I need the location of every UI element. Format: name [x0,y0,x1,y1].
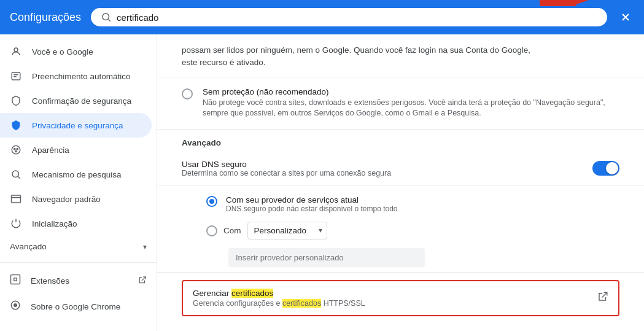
chevron-down-icon: ▾ [143,243,147,251]
dns-title: Usar DNS seguro [182,160,391,169]
sem-protecao-radio[interactable] [182,88,193,99]
dns-current-desc: DNS seguro pode não estar disponível o t… [226,204,398,213]
dns-info: Usar DNS seguro Determina como se conect… [182,160,391,177]
header-title: Configurações [10,11,81,24]
svg-point-21 [14,303,17,307]
svg-point-14 [12,171,19,177]
search-bar [91,8,607,26]
svg-point-11 [14,148,15,149]
sidebar-label-aparencia: Aparência [32,146,142,155]
svg-point-13 [15,150,17,152]
main-layout: Você e o Google Preenchimento automático… [0,34,644,331]
cert-desc-highlight: certificados [282,299,321,308]
sidebar-label-inicializacao: Inicialização [32,219,142,228]
custom-provider-input[interactable] [228,248,425,267]
dns-current-radio[interactable] [206,196,217,207]
cert-external-link-icon [597,291,608,305]
sidebar-avancado-label: Avançado [10,242,133,251]
sidebar-label-navegador: Navegador padrão [32,195,142,204]
custom-input-wrap [228,248,619,267]
external-link-icon [138,276,147,286]
avancado-section-label: Avançado [157,130,644,152]
cert-desc-suffix: HTTPS/SSL [321,299,365,308]
custom-dns-select-wrap[interactable]: Personalizado ▾ [247,222,327,239]
person-icon [10,45,22,58]
cert-box-content: Gerenciar certificados Gerencia configur… [193,289,365,308]
cert-desc: Gerencia configurações e certificados HT… [193,299,365,308]
svg-point-6 [14,48,18,52]
sidebar-label-confirmacao: Confirmação de segurança [32,96,142,106]
main-content: possam ser lidos por ninguém, nem o Goog… [157,34,644,331]
svg-line-15 [18,176,20,178]
autofill-icon [10,70,22,82]
dns-option-current[interactable]: Com seu provedor de serviços atual DNS s… [206,190,619,218]
sem-protecao-desc: Não protege você contra sites, downloads… [203,98,619,119]
sidebar-item-mecanismo[interactable]: Mecanismo de pesquisa [0,162,152,187]
cert-box[interactable]: Gerenciar certificados Gerencia configur… [182,280,619,316]
svg-rect-2 [540,0,576,6]
sidebar-label-preenchimento: Preenchimento automático [32,72,142,81]
custom-dns-select[interactable]: Personalizado [247,222,327,239]
cert-title-prefix: Gerenciar [193,289,231,298]
sidebar-item-preenchimento[interactable]: Preenchimento automático [0,64,152,88]
top-line2: este recurso é ativado. [182,58,266,67]
search-icon [101,12,112,23]
svg-point-10 [12,146,20,154]
dns-option-custom-row[interactable]: Com Personalizado ▾ [206,218,619,243]
dns-current-title: Com seu provedor de serviços atual [226,195,398,204]
power-icon [10,217,22,230]
sem-protecao-option[interactable]: Sem proteção (não recomendado) Não prote… [157,77,644,130]
sidebar-item-aparencia[interactable]: Aparência [0,138,152,162]
cert-title-highlight: certificados [231,289,273,298]
com-label: Com [223,226,241,235]
cert-desc-prefix: Gerencia configurações e [193,299,282,308]
dns-desc: Determina como se conectar a sites por u… [182,169,391,177]
sidebar-extensoes[interactable]: Extensões [0,268,157,294]
cert-title: Gerenciar certificados [193,289,365,298]
svg-point-12 [17,148,18,149]
sidebar-label-mecanismo: Mecanismo de pesquisa [32,170,142,179]
dns-toggle[interactable] [592,161,619,176]
svg-line-19 [142,276,145,280]
dns-current-text: Com seu provedor de serviços atual DNS s… [226,195,398,213]
search-sidebar-icon [10,168,22,181]
extensions-icon [10,274,21,287]
svg-rect-16 [12,195,21,203]
sidebar-item-inicializacao[interactable]: Inicialização [0,211,152,236]
sem-protecao-text: Sem proteção (não recomendado) Não prote… [203,87,619,119]
dns-custom-radio[interactable] [206,225,217,236]
svg-rect-18 [11,275,20,284]
svg-line-1 [109,19,111,21]
search-input[interactable] [117,12,597,23]
svg-point-0 [103,14,109,20]
sobre-label: Sobre o Google Chrome [31,302,120,311]
sidebar-avancado[interactable]: Avançado ▾ [0,236,157,257]
close-button[interactable] [617,9,634,26]
top-line1: possam ser lidos por ninguém, nem o Goog… [182,45,530,55]
privacy-icon [10,119,22,131]
palette-icon [10,144,22,156]
arrow-annotation [540,0,589,15]
sidebar-label-voce: Você e o Google [32,47,142,56]
browser-icon [10,193,22,205]
sidebar-item-privacidade[interactable]: Privacidade e segurança [0,113,152,138]
sidebar-divider [0,262,157,263]
chrome-icon [10,300,21,313]
partial-text-top: possam ser lidos por ninguém, nem o Goog… [157,34,644,77]
sidebar-item-navegador[interactable]: Navegador padrão [0,187,152,211]
svg-marker-3 [576,0,589,4]
shield-icon [10,95,22,107]
sidebar-item-voce[interactable]: Você e o Google [0,39,152,64]
svg-line-22 [602,292,607,297]
sidebar-label-privacidade: Privacidade e segurança [32,121,142,130]
dns-toggle-row: Usar DNS seguro Determina como se conect… [157,152,644,185]
header: Configurações [0,0,644,34]
sidebar-sobre[interactable]: Sobre o Google Chrome [0,294,157,319]
sem-protecao-title: Sem proteção (não recomendado) [203,87,619,96]
dns-options: Com seu provedor de serviços atual DNS s… [157,185,644,273]
sidebar: Você e o Google Preenchimento automático… [0,34,157,331]
extensoes-label: Extensões [31,276,69,286]
sidebar-item-confirmacao[interactable]: Confirmação de segurança [0,88,152,113]
